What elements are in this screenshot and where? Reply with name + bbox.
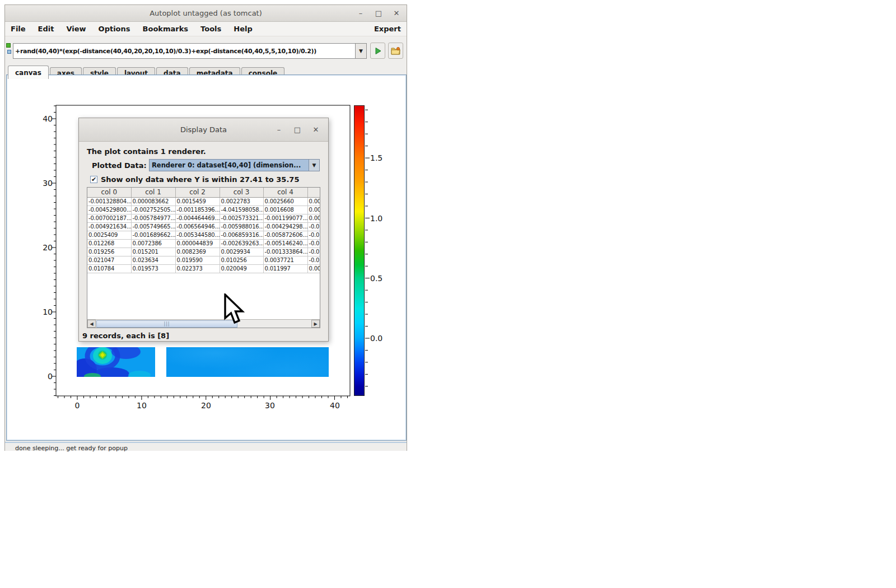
table-cell[interactable]: -0.002752505... [131, 206, 175, 214]
menu-edit[interactable]: Edit [38, 25, 54, 33]
expert-toggle[interactable]: Expert [374, 25, 401, 33]
colorbar[interactable] [354, 105, 365, 396]
table-cell[interactable]: 0.0022783 [220, 197, 263, 206]
menu-bookmarks[interactable]: Bookmarks [143, 25, 189, 33]
dialog-minimize-button[interactable]: – [274, 125, 283, 134]
table-cell[interactable]: 0.019573 [131, 264, 175, 273]
table-cell[interactable]: 0.0037721 [263, 256, 307, 264]
table-cell[interactable]: -0.004529800... [87, 206, 131, 214]
table-cell[interactable]: 0.000083662 [131, 197, 175, 206]
table-cell[interactable]: -0.004464469... [175, 214, 220, 222]
table-cell[interactable]: 0.00 [307, 264, 320, 273]
table-cell[interactable]: 0.015201 [131, 248, 175, 256]
table-cell[interactable]: 0.00 [307, 206, 320, 214]
open-file-button[interactable] [388, 43, 403, 59]
window-titlebar[interactable]: Autoplot untagged (as tomcat) – □ ✕ [5, 5, 407, 22]
y-filter-checkbox[interactable]: ✔ [90, 176, 97, 183]
table-cell[interactable]: -0.001689662... [131, 231, 175, 239]
table-cell[interactable]: 0.0025409 [87, 231, 131, 239]
dialog-maximize-button[interactable]: □ [293, 125, 302, 134]
table-row[interactable]: 0.0025409-0.001689662...-0.005344580...-… [87, 231, 320, 239]
menu-tools[interactable]: Tools [200, 25, 221, 33]
table-cell[interactable]: -0.007002187... [87, 214, 131, 222]
table-row[interactable]: -0.007002187...-0.005784977...-0.0044644… [87, 214, 320, 222]
table-cell[interactable]: 0.0025660 [263, 197, 307, 206]
go-button[interactable] [370, 43, 385, 59]
table-cell[interactable]: -0.001328804... [87, 197, 131, 206]
table-cell[interactable]: -0.006564946... [175, 222, 220, 231]
table-cell[interactable]: -0.005146240... [263, 239, 307, 248]
table-row[interactable]: -0.004529800...-0.002752505...-0.0011853… [87, 206, 320, 214]
scroll-right-button[interactable]: ▶ [311, 320, 320, 328]
table-cell[interactable]: 0.0072386 [131, 239, 175, 248]
table-cell[interactable]: -0.005784977... [131, 214, 175, 222]
table-cell[interactable]: -0.0 [307, 248, 320, 256]
table-cell[interactable]: -0.002573321... [220, 214, 263, 222]
table-cell[interactable]: -0.0 [307, 256, 320, 264]
table-cell[interactable]: 0.010784 [87, 264, 131, 273]
table-cell[interactable]: 0.012268 [87, 239, 131, 248]
dialog-close-button[interactable]: ✕ [311, 125, 320, 134]
table-cell[interactable]: -0.0 [307, 239, 320, 248]
table-row[interactable]: -0.004921634...-0.005749665...-0.0065649… [87, 222, 320, 231]
table-cell[interactable]: 0.019256 [87, 248, 131, 256]
table-cell[interactable]: -0.001185396... [175, 206, 220, 214]
close-button[interactable]: ✕ [392, 9, 401, 18]
table-cell[interactable]: -0.0 [307, 231, 320, 239]
table-cell[interactable]: 0.000044839 [175, 239, 220, 248]
table-cell[interactable]: -0.001333864... [263, 248, 307, 256]
table-cell[interactable]: -0.0 [307, 222, 320, 231]
table-cell[interactable]: 0.0082369 [175, 248, 220, 256]
table-cell[interactable]: 0.00 [307, 214, 320, 222]
table-cell[interactable]: 0.019590 [175, 256, 220, 264]
table-cell[interactable]: -0.004294298... [263, 222, 307, 231]
table-cell[interactable]: 0.022373 [175, 264, 220, 273]
table-cell[interactable]: -0.005872606... [263, 231, 307, 239]
uri-input[interactable] [13, 43, 356, 59]
combobox-arrow-button[interactable]: ▼ [309, 160, 319, 171]
tab-canvas[interactable]: canvas [8, 66, 49, 79]
table-cell[interactable]: 0.020049 [220, 264, 263, 273]
table-cell[interactable]: 0.023634 [131, 256, 175, 264]
table-cell[interactable]: -0.004921634... [87, 222, 131, 231]
table-cell[interactable]: -0.002639263... [220, 239, 263, 248]
table-cell[interactable]: -0.006859316... [220, 231, 263, 239]
table-cell[interactable]: -0.005344580... [175, 231, 220, 239]
column-header[interactable]: col 2 [175, 188, 220, 197]
table-row[interactable]: 0.0210470.0236340.0195900.0102560.003772… [87, 256, 320, 264]
dialog-titlebar[interactable]: Display Data – □ ✕ [79, 118, 328, 142]
table-cell[interactable]: -0.005749665... [131, 222, 175, 231]
table-row[interactable]: 0.0122680.00723860.000044839-0.002639263… [87, 239, 320, 248]
table-cell[interactable]: 0.021047 [87, 256, 131, 264]
table-cell[interactable]: 0.00 [307, 197, 320, 206]
status-bar: done sleeping... get ready for popup [5, 442, 407, 451]
table-row[interactable]: 0.0107840.0195730.0223730.0200490.011997… [87, 264, 320, 273]
menu-file[interactable]: File [11, 25, 26, 33]
table-cell[interactable]: 0.0016608 [263, 206, 307, 214]
menu-view[interactable]: View [66, 25, 86, 33]
table-row[interactable]: -0.001328804...0.0000836620.00154590.002… [87, 197, 320, 206]
table-cell[interactable]: -0.001199077... [263, 214, 307, 222]
scroll-left-button[interactable]: ◀ [87, 320, 96, 328]
table-cell[interactable]: -0.005988016... [220, 222, 263, 231]
uri-dropdown-button[interactable]: ▼ [356, 43, 367, 59]
table-cell[interactable]: 0.0015459 [175, 197, 220, 206]
menu-help[interactable]: Help [234, 25, 252, 33]
plotted-data-combobox[interactable]: Renderer 0: dataset[40,40] (dimension...… [149, 159, 320, 171]
table-cell[interactable]: 0.011997 [263, 264, 307, 273]
column-header[interactable]: col 1 [131, 188, 175, 197]
column-header[interactable]: col 0 [87, 188, 131, 197]
menu-options[interactable]: Options [99, 25, 130, 33]
scrollbar-thumb[interactable]: ||| [96, 320, 237, 328]
column-header[interactable] [307, 188, 320, 197]
column-header[interactable]: col 3 [220, 188, 263, 197]
table-cell[interactable]: -4.041598058... [220, 206, 263, 214]
table-cell[interactable]: 0.0029934 [220, 248, 263, 256]
table-cell[interactable]: 0.010256 [220, 256, 263, 264]
minimize-button[interactable]: – [356, 9, 365, 18]
horizontal-scrollbar[interactable]: ◀ ▶ ||| [87, 319, 320, 328]
maximize-button[interactable]: □ [374, 9, 383, 18]
column-header[interactable]: col 4 [263, 188, 307, 197]
renderer-count-text: The plot contains 1 renderer. [87, 147, 206, 156]
table-row[interactable]: 0.0192560.0152010.00823690.0029934-0.001… [87, 248, 320, 256]
